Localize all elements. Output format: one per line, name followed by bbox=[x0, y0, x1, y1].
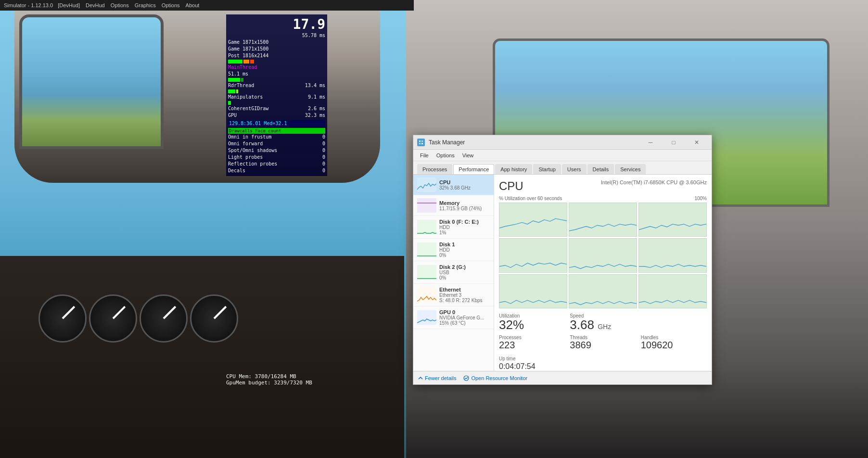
resource-item-cpu[interactable]: CPU 32% 3.68 GHz bbox=[413, 175, 494, 195]
gpu-label: GPU bbox=[228, 112, 237, 119]
cpu-thumb-graph bbox=[417, 178, 436, 192]
maximize-button[interactable]: □ bbox=[663, 136, 685, 149]
manipulators-label: Manipulators bbox=[228, 94, 263, 101]
menu-options[interactable]: Options bbox=[111, 2, 129, 8]
resource-item-ethernet[interactable]: Ethernet Ethernet 3 S: 48.0 R: 272 Kbps bbox=[413, 284, 494, 306]
memory-resource-info: Memory 11.7/15.9 GB (74%) bbox=[439, 200, 490, 211]
gpu0-thumb-graph bbox=[417, 310, 436, 325]
speed-unit: GHz bbox=[598, 323, 611, 331]
tab-startup[interactable]: Startup bbox=[533, 164, 561, 174]
close-button[interactable]: ✕ bbox=[686, 136, 708, 149]
svg-rect-1 bbox=[421, 140, 423, 142]
bar-green bbox=[228, 60, 243, 64]
tab-services[interactable]: Services bbox=[615, 164, 646, 174]
lightprobes-label: Light probes bbox=[228, 154, 263, 161]
fewer-details-button[interactable]: Fewer details bbox=[418, 375, 456, 381]
bar-rdr-green bbox=[228, 78, 240, 82]
resource-item-gpu0[interactable]: GPU 0 NVIDIA GeForce G... 15% (63 °C) bbox=[413, 306, 494, 329]
reflection-label: Reflection probes bbox=[228, 161, 277, 167]
menu-file[interactable]: File bbox=[416, 152, 433, 159]
spot-line: Spot/Omni shadows 0 bbox=[228, 147, 325, 154]
cpu-graph-1 bbox=[499, 203, 567, 237]
gpu-line: GPU 32.3 ms bbox=[228, 112, 325, 119]
manipulators-bar bbox=[228, 89, 325, 93]
disk1-resource-value: HDD bbox=[439, 247, 490, 253]
tab-users[interactable]: Users bbox=[562, 164, 587, 174]
tab-details[interactable]: Details bbox=[587, 164, 614, 174]
instrument-1 bbox=[38, 294, 87, 343]
tab-processes[interactable]: Processes bbox=[417, 164, 452, 174]
coherent-bar bbox=[228, 101, 325, 105]
task-manager-tabs: Processes Performance App history Startu… bbox=[413, 161, 712, 175]
bar-coherent bbox=[228, 101, 231, 105]
menu-devhud[interactable]: [DevHud] bbox=[58, 2, 80, 8]
rdrthread-val: 13.4 ms bbox=[305, 82, 325, 89]
reflection-val: 0 bbox=[322, 161, 325, 167]
memory-resource-value: 11.7/15.9 GB (74%) bbox=[439, 206, 490, 211]
svg-rect-3 bbox=[421, 143, 423, 144]
coherent-line: CoherentGIDraw 2.6 ms bbox=[228, 105, 325, 112]
speed-value: 3.68 bbox=[570, 318, 594, 332]
disk0-thumb-graph bbox=[417, 220, 436, 234]
resource-item-disk1[interactable]: Disk 1 HDD 0% bbox=[413, 239, 494, 261]
cpu-graph-3 bbox=[638, 203, 707, 237]
svg-rect-2 bbox=[419, 143, 421, 144]
speed-stat-value: 3.68 GHz bbox=[570, 318, 636, 331]
resource-item-disk0[interactable]: Disk 0 (F: C: E:) HDD 1% bbox=[413, 216, 494, 239]
monitor-icon bbox=[463, 375, 469, 381]
disk2-resource-name: Disk 2 (G:) bbox=[439, 264, 490, 270]
gpu0-resource-value: NVIDIA GeForce G... bbox=[439, 315, 490, 320]
menu-graphics[interactable]: Graphics bbox=[135, 2, 156, 8]
post-res: Game 1871x1500 bbox=[228, 39, 325, 46]
resource-sidebar: CPU 32% 3.68 GHz Memory 11.7/15.9 GB (74… bbox=[413, 175, 494, 371]
decals-val: 0 bbox=[322, 167, 325, 174]
bar-red bbox=[250, 60, 254, 64]
instrument-2 bbox=[89, 294, 137, 343]
bar-rdr-green2 bbox=[241, 78, 243, 82]
tab-app-history[interactable]: App history bbox=[495, 164, 532, 174]
cpu-graph-2 bbox=[569, 203, 637, 237]
task-manager-menubar: File Options View bbox=[413, 150, 712, 161]
title-bar-menu: [DevHud] DevHud Options Graphics Options… bbox=[58, 2, 199, 8]
menu-about[interactable]: About bbox=[186, 2, 200, 8]
menu-options[interactable]: Options bbox=[433, 152, 459, 159]
disk0-resource-info: Disk 0 (F: C: E:) HDD 1% bbox=[439, 219, 490, 235]
utilization-max: 100% bbox=[694, 196, 707, 201]
utilization-stat-value: 32% bbox=[499, 318, 565, 331]
mainthread-line: MainThread bbox=[228, 64, 325, 71]
task-manager-titlebar: Task Manager ─ □ ✕ bbox=[413, 135, 712, 150]
resource-item-disk2[interactable]: Disk 2 (G:) USB 0% bbox=[413, 261, 494, 284]
cpu-graph-8 bbox=[569, 274, 637, 308]
spot-label: Spot/Omni shadows bbox=[228, 147, 277, 154]
open-monitor-label: Open Resource Monitor bbox=[471, 375, 527, 381]
disk2-resource-value: USB bbox=[439, 270, 490, 275]
menu-devhud2[interactable]: DevHud bbox=[86, 2, 105, 8]
minimize-button[interactable]: ─ bbox=[639, 136, 662, 149]
menu-options2[interactable]: Options bbox=[162, 2, 180, 8]
omni-line: Omni in frustum 0 bbox=[228, 134, 325, 140]
menu-view[interactable]: View bbox=[459, 152, 478, 159]
memory-thumb-graph bbox=[417, 198, 436, 213]
cpu-graph-5 bbox=[569, 238, 637, 272]
disk2-resource-info: Disk 2 (G:) USB 0% bbox=[439, 264, 490, 280]
cockpit-dashboard bbox=[0, 256, 404, 458]
uptime-block: Up time 0:04:07:54 bbox=[499, 354, 707, 371]
memory-resource-name: Memory bbox=[439, 200, 490, 206]
mainthread-val: 51.1 ms bbox=[228, 71, 248, 77]
tab-performance[interactable]: Performance bbox=[453, 164, 494, 174]
rdrthread-label: RdrThread bbox=[228, 82, 254, 89]
cockpit-window-left bbox=[19, 14, 164, 149]
chevron-up-icon bbox=[418, 376, 423, 381]
cpu-resource-name: CPU bbox=[439, 179, 490, 185]
mainthread-bar bbox=[228, 60, 325, 64]
cpu-graph-4 bbox=[499, 238, 567, 272]
fps-display: 17.9 bbox=[228, 16, 325, 32]
cpu-graphs-grid bbox=[499, 203, 707, 308]
manipulators-line: Manipulators 9.1 ms bbox=[228, 94, 325, 101]
debug-med: Med=32.1 bbox=[264, 121, 287, 126]
open-resource-monitor-button[interactable]: Open Resource Monitor bbox=[463, 375, 527, 381]
cpu-title: CPU bbox=[499, 179, 523, 193]
gpu0-resource-info: GPU 0 NVIDIA GeForce G... 15% (63 °C) bbox=[439, 309, 490, 326]
utilization-header: % Utilization over 60 seconds 100% bbox=[499, 196, 707, 201]
resource-item-memory[interactable]: Memory 11.7/15.9 GB (74%) bbox=[413, 195, 494, 216]
